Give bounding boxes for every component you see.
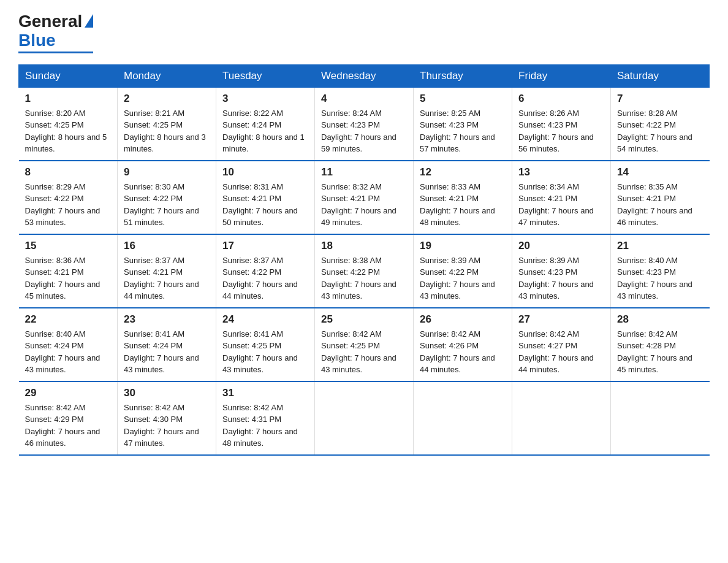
day-info: Sunrise: 8:39 AM Sunset: 4:23 PM Dayligh… <box>518 255 604 302</box>
day-number: 10 <box>222 166 308 178</box>
day-number: 7 <box>617 93 703 105</box>
day-info: Sunrise: 8:42 AM Sunset: 4:25 PM Dayligh… <box>321 328 407 376</box>
calendar-week-row: 1 Sunrise: 8:20 AM Sunset: 4:25 PM Dayli… <box>19 87 710 161</box>
weekday-header-saturday: Saturday <box>611 64 710 87</box>
page-header: General Blue <box>18 12 710 53</box>
day-info: Sunrise: 8:20 AM Sunset: 4:25 PM Dayligh… <box>25 107 112 155</box>
calendar-cell: 10 Sunrise: 8:31 AM Sunset: 4:21 PM Dayl… <box>216 161 315 234</box>
calendar-cell: 27 Sunrise: 8:42 AM Sunset: 4:27 PM Dayl… <box>512 308 611 381</box>
day-info: Sunrise: 8:37 AM Sunset: 4:22 PM Dayligh… <box>222 255 308 302</box>
day-info: Sunrise: 8:38 AM Sunset: 4:22 PM Dayligh… <box>321 255 407 302</box>
logo-underline <box>18 52 93 53</box>
calendar-cell: 14 Sunrise: 8:35 AM Sunset: 4:21 PM Dayl… <box>611 161 710 234</box>
calendar-cell: 16 Sunrise: 8:37 AM Sunset: 4:21 PM Dayl… <box>118 234 216 308</box>
calendar-cell <box>315 381 414 455</box>
day-info: Sunrise: 8:35 AM Sunset: 4:21 PM Dayligh… <box>617 181 703 229</box>
calendar-table: SundayMondayTuesdayWednesdayThursdayFrid… <box>18 64 710 456</box>
calendar-cell <box>512 381 611 455</box>
calendar-cell: 5 Sunrise: 8:25 AM Sunset: 4:23 PM Dayli… <box>414 87 512 161</box>
calendar-week-row: 29 Sunrise: 8:42 AM Sunset: 4:29 PM Dayl… <box>19 381 710 455</box>
calendar-cell: 7 Sunrise: 8:28 AM Sunset: 4:22 PM Dayli… <box>611 87 710 161</box>
day-number: 21 <box>617 240 703 252</box>
logo-text-blue: Blue <box>18 31 56 50</box>
calendar-cell: 3 Sunrise: 8:22 AM Sunset: 4:24 PM Dayli… <box>216 87 315 161</box>
day-number: 6 <box>518 93 604 105</box>
calendar-cell: 4 Sunrise: 8:24 AM Sunset: 4:23 PM Dayli… <box>315 87 414 161</box>
day-number: 28 <box>617 313 703 326</box>
day-info: Sunrise: 8:42 AM Sunset: 4:26 PM Dayligh… <box>420 328 506 376</box>
calendar-week-row: 22 Sunrise: 8:40 AM Sunset: 4:24 PM Dayl… <box>19 308 710 381</box>
day-number: 17 <box>222 240 308 252</box>
day-info: Sunrise: 8:40 AM Sunset: 4:24 PM Dayligh… <box>25 328 112 376</box>
day-number: 1 <box>25 93 112 105</box>
day-number: 8 <box>25 166 112 178</box>
day-info: Sunrise: 8:40 AM Sunset: 4:23 PM Dayligh… <box>617 255 703 302</box>
logo: General Blue <box>18 12 93 53</box>
calendar-cell: 29 Sunrise: 8:42 AM Sunset: 4:29 PM Dayl… <box>19 381 118 455</box>
day-number: 27 <box>518 313 604 326</box>
calendar-cell: 30 Sunrise: 8:42 AM Sunset: 4:30 PM Dayl… <box>118 381 216 455</box>
calendar-cell: 19 Sunrise: 8:39 AM Sunset: 4:22 PM Dayl… <box>414 234 512 308</box>
day-info: Sunrise: 8:41 AM Sunset: 4:25 PM Dayligh… <box>222 328 308 376</box>
calendar-cell: 9 Sunrise: 8:30 AM Sunset: 4:22 PM Dayli… <box>118 161 216 234</box>
day-info: Sunrise: 8:28 AM Sunset: 4:22 PM Dayligh… <box>617 107 703 155</box>
day-number: 26 <box>420 313 506 326</box>
weekday-header-sunday: Sunday <box>19 64 118 87</box>
calendar-cell: 23 Sunrise: 8:41 AM Sunset: 4:24 PM Dayl… <box>118 308 216 381</box>
calendar-cell: 8 Sunrise: 8:29 AM Sunset: 4:22 PM Dayli… <box>19 161 118 234</box>
day-info: Sunrise: 8:31 AM Sunset: 4:21 PM Dayligh… <box>222 181 308 229</box>
day-number: 5 <box>420 93 506 105</box>
calendar-cell <box>414 381 512 455</box>
day-info: Sunrise: 8:33 AM Sunset: 4:21 PM Dayligh… <box>420 181 506 229</box>
calendar-week-row: 15 Sunrise: 8:36 AM Sunset: 4:21 PM Dayl… <box>19 234 710 308</box>
day-number: 29 <box>25 387 112 399</box>
day-number: 18 <box>321 240 407 252</box>
day-number: 4 <box>321 93 407 105</box>
calendar-cell: 6 Sunrise: 8:26 AM Sunset: 4:23 PM Dayli… <box>512 87 611 161</box>
weekday-header-tuesday: Tuesday <box>216 64 315 87</box>
calendar-week-row: 8 Sunrise: 8:29 AM Sunset: 4:22 PM Dayli… <box>19 161 710 234</box>
day-info: Sunrise: 8:42 AM Sunset: 4:31 PM Dayligh… <box>222 402 308 450</box>
day-info: Sunrise: 8:21 AM Sunset: 4:25 PM Dayligh… <box>124 107 210 155</box>
day-number: 24 <box>222 313 308 326</box>
calendar-cell: 13 Sunrise: 8:34 AM Sunset: 4:21 PM Dayl… <box>512 161 611 234</box>
calendar-cell: 31 Sunrise: 8:42 AM Sunset: 4:31 PM Dayl… <box>216 381 315 455</box>
day-info: Sunrise: 8:34 AM Sunset: 4:21 PM Dayligh… <box>518 181 604 229</box>
day-number: 15 <box>25 240 112 252</box>
calendar-cell <box>611 381 710 455</box>
day-info: Sunrise: 8:42 AM Sunset: 4:27 PM Dayligh… <box>518 328 604 376</box>
day-number: 31 <box>222 387 308 399</box>
day-number: 22 <box>25 313 112 326</box>
calendar-cell: 15 Sunrise: 8:36 AM Sunset: 4:21 PM Dayl… <box>19 234 118 308</box>
calendar-cell: 24 Sunrise: 8:41 AM Sunset: 4:25 PM Dayl… <box>216 308 315 381</box>
day-info: Sunrise: 8:32 AM Sunset: 4:21 PM Dayligh… <box>321 181 407 229</box>
calendar-cell: 26 Sunrise: 8:42 AM Sunset: 4:26 PM Dayl… <box>414 308 512 381</box>
day-number: 2 <box>124 93 210 105</box>
day-number: 16 <box>124 240 210 252</box>
day-info: Sunrise: 8:30 AM Sunset: 4:22 PM Dayligh… <box>124 181 210 229</box>
weekday-header-wednesday: Wednesday <box>315 64 414 87</box>
calendar-cell: 22 Sunrise: 8:40 AM Sunset: 4:24 PM Dayl… <box>19 308 118 381</box>
day-number: 20 <box>518 240 604 252</box>
calendar-header: SundayMondayTuesdayWednesdayThursdayFrid… <box>19 64 710 87</box>
day-number: 13 <box>518 166 604 178</box>
day-number: 25 <box>321 313 407 326</box>
day-info: Sunrise: 8:37 AM Sunset: 4:21 PM Dayligh… <box>124 255 210 302</box>
day-info: Sunrise: 8:39 AM Sunset: 4:22 PM Dayligh… <box>420 255 506 302</box>
day-info: Sunrise: 8:25 AM Sunset: 4:23 PM Dayligh… <box>420 107 506 155</box>
calendar-cell: 1 Sunrise: 8:20 AM Sunset: 4:25 PM Dayli… <box>19 87 118 161</box>
calendar-body: 1 Sunrise: 8:20 AM Sunset: 4:25 PM Dayli… <box>19 87 710 455</box>
day-info: Sunrise: 8:42 AM Sunset: 4:28 PM Dayligh… <box>617 328 703 376</box>
calendar-cell: 20 Sunrise: 8:39 AM Sunset: 4:23 PM Dayl… <box>512 234 611 308</box>
day-info: Sunrise: 8:26 AM Sunset: 4:23 PM Dayligh… <box>518 107 604 155</box>
day-number: 23 <box>124 313 210 326</box>
day-info: Sunrise: 8:24 AM Sunset: 4:23 PM Dayligh… <box>321 107 407 155</box>
day-number: 30 <box>124 387 210 399</box>
day-number: 3 <box>222 93 308 105</box>
calendar-cell: 18 Sunrise: 8:38 AM Sunset: 4:22 PM Dayl… <box>315 234 414 308</box>
day-number: 19 <box>420 240 506 252</box>
weekday-header-row: SundayMondayTuesdayWednesdayThursdayFrid… <box>19 64 710 87</box>
day-info: Sunrise: 8:22 AM Sunset: 4:24 PM Dayligh… <box>222 107 308 155</box>
calendar-cell: 25 Sunrise: 8:42 AM Sunset: 4:25 PM Dayl… <box>315 308 414 381</box>
day-number: 9 <box>124 166 210 178</box>
